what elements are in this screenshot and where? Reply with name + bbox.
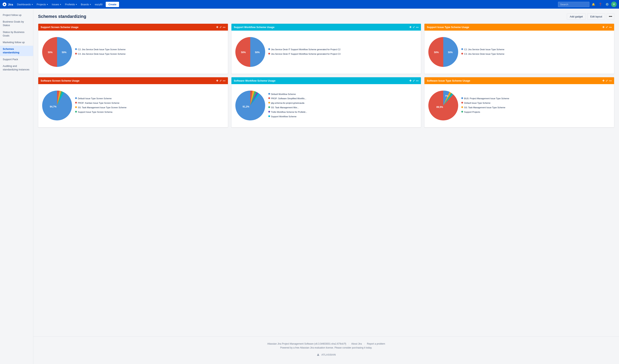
legend-dot — [268, 111, 270, 112]
menu-icon[interactable]: ••• — [416, 79, 419, 82]
logo[interactable]: Jira — [2, 2, 13, 6]
legend-item: SS: Task Management Issue Type Screen Sc… — [75, 106, 127, 110]
gadget-software-screen: Software Screen Scheme Usage ✥ ⤢ ••• — [38, 77, 228, 127]
legend-item: Support Projects — [461, 110, 509, 114]
about-jira-link[interactable]: About Jira — [351, 342, 362, 345]
svg-text:50%: 50% — [48, 51, 53, 54]
sidebar-item-schemes-standardizing[interactable]: Schemes standardizing — [0, 46, 33, 56]
legend-5: Default Workflow Scheme PROF: Software S… — [268, 92, 307, 119]
sidebar-item-project-follow-up[interactable]: Project follow up — [0, 12, 33, 18]
chevron-down-icon: ▾ — [76, 3, 77, 5]
legend-item: BUS: Project Management Issue Type Schem… — [461, 97, 509, 101]
legend-6: BUS: Project Management Issue Type Schem… — [461, 97, 509, 114]
nav-boards[interactable]: Boards ▾ — [79, 2, 92, 7]
notifications-icon[interactable]: 🔔 — [591, 1, 596, 7]
chevron-down-icon: ▾ — [60, 3, 61, 5]
expand-icon[interactable]: ⤢ — [606, 79, 608, 82]
main-header: Schemes standardizing Add gadget Edit la… — [38, 13, 614, 20]
gadget-header-4: Software Screen Scheme Usage ✥ ⤢ ••• — [38, 77, 228, 84]
move-icon[interactable]: ✥ — [409, 79, 411, 82]
nav-eazybi[interactable]: eazyBI — [93, 2, 104, 7]
legend-2: Jira Service Desk IT Support Workflow Sc… — [268, 48, 340, 57]
expand-icon[interactable]: ⤢ — [219, 79, 222, 82]
legend-item: C2: Jira Service Desk Issue Type Scheme — [461, 48, 504, 52]
menu-icon[interactable]: ••• — [416, 26, 419, 29]
gadget-software-issuetype: Software Issue Type Scheme Usage ✥ ⤢ ••• — [424, 77, 614, 127]
nav-profields[interactable]: Profields ▾ — [63, 2, 78, 7]
legend-dot — [461, 53, 463, 55]
svg-text:50%: 50% — [241, 51, 246, 54]
pie-chart-3: 50% 50% — [428, 36, 459, 68]
legend-dot — [461, 48, 463, 50]
nav-issues[interactable]: Issues ▾ — [50, 2, 63, 7]
legend-item: jdg-schema-for-project-griseicauda — [268, 101, 307, 105]
gadget-icons-3: ✥ ⤢ ••• — [602, 26, 612, 29]
move-icon[interactable]: ✥ — [602, 26, 605, 29]
expand-icon[interactable]: ⤢ — [413, 79, 415, 82]
page-title: Schemes standardizing — [38, 14, 567, 19]
footer-license: Powered by a free Atlassian Jira evaluat… — [37, 346, 616, 349]
legend-item: C3: Jira Service Desk Issue Type Scheme — [461, 52, 504, 56]
sidebar-item-business-goals-by-status[interactable]: Business Goals by Status — [0, 18, 33, 29]
footer: Atlassian Jira Project Management Softwa… — [33, 336, 619, 364]
navbar: Jira Dashboards ▾ Projects ▾ Issues ▾ Pr… — [0, 0, 619, 9]
move-icon[interactable]: ✥ — [216, 26, 218, 29]
legend-dot — [75, 111, 77, 112]
more-options-button[interactable]: ••• — [607, 13, 614, 20]
add-gadget-button[interactable]: Add gadget — [567, 13, 586, 20]
legend-dot — [461, 106, 463, 108]
nav-dashboards[interactable]: Dashboards ▾ — [15, 2, 34, 7]
legend-dot — [461, 102, 463, 104]
menu-icon[interactable]: ••• — [609, 79, 612, 82]
legend-dot — [268, 115, 270, 117]
menu-icon[interactable]: ••• — [223, 26, 225, 29]
settings-icon[interactable]: ⚙️ — [604, 1, 610, 7]
jira-logo-icon — [2, 2, 7, 6]
legend-dot — [268, 53, 270, 55]
expand-icon[interactable]: ⤢ — [606, 26, 608, 29]
legend-item: C3: Jira Service Desk Issue Type Screen … — [75, 52, 126, 56]
sidebar-item-auditing[interactable]: Auditing and standardizing instances — [0, 63, 33, 73]
gadget-grid: Support Screen Scheme Usage ✥ ⤢ ••• — [38, 24, 614, 127]
legend-item: SS: Task Management Issue Type Scheme — [461, 106, 509, 110]
report-problem-link[interactable]: Report a problem — [367, 342, 385, 345]
edit-layout-button[interactable]: Edit layout — [587, 13, 605, 20]
pie-chart-5: 91,2% — [235, 90, 266, 122]
chevron-down-icon: ▾ — [47, 3, 48, 5]
help-icon[interactable]: ❓ — [597, 1, 603, 7]
move-icon[interactable]: ✥ — [602, 79, 605, 82]
sidebar-item-support-pack[interactable]: Support Pack — [0, 56, 33, 63]
sidebar-item-marketing-follow-up[interactable]: Marketing follow up — [0, 39, 33, 46]
expand-icon[interactable]: ⤢ — [413, 26, 415, 29]
gadget-support-issuetype: Support Issue Type Scheme Usage ✥ ⤢ ••• — [424, 24, 614, 74]
svg-text:94,7%: 94,7% — [50, 105, 56, 108]
nav-projects[interactable]: Projects ▾ — [35, 2, 49, 7]
svg-text:50%: 50% — [448, 51, 453, 54]
legend-item: Support Issue Type Screen Schema — [75, 110, 127, 114]
move-icon[interactable]: ✥ — [216, 79, 218, 82]
pie-chart-1: 50% 50% — [41, 36, 73, 68]
svg-text:91,2%: 91,2% — [243, 105, 249, 108]
gadget-body-3: 50% 50% C2: Jira Service Desk Issue Type… — [424, 31, 614, 74]
create-button[interactable]: Create — [106, 2, 119, 7]
legend-1: C2: Jira Service Desk Issue Type Screen … — [75, 48, 126, 57]
avatar[interactable]: U — [611, 1, 617, 7]
legend-item: Trello Workflow Scheme for Profield... — [268, 110, 307, 114]
menu-icon[interactable]: ••• — [223, 79, 225, 82]
gadget-support-workflow: Support Workflow Scheme Usage ✥ ⤢ ••• — [231, 24, 421, 74]
menu-icon[interactable]: ••• — [609, 26, 612, 29]
search-input[interactable] — [558, 2, 589, 7]
move-icon[interactable]: ✥ — [409, 26, 411, 29]
legend-4: Default Issue Type Screen Scheme PROF: K… — [75, 97, 127, 114]
expand-icon[interactable]: ⤢ — [219, 26, 222, 29]
navbar-right: 🔔 ❓ ⚙️ U — [558, 1, 617, 7]
legend-item: SS: Task Management Wor... — [268, 106, 307, 110]
gadget-icons-1: ✥ ⤢ ••• — [216, 26, 225, 29]
chevron-down-icon: ▾ — [90, 3, 91, 5]
svg-marker-13 — [317, 353, 319, 356]
sidebar-item-status-by-business-goals[interactable]: Status by Business Goals — [0, 29, 33, 39]
pie-chart-6: 89,5% 7% — [428, 90, 459, 122]
main-content: Schemes standardizing Add gadget Edit la… — [33, 9, 619, 336]
legend-dot — [268, 48, 270, 50]
gadget-body-6: 89,5% 7% BUS: Project Management Issue T… — [424, 84, 614, 127]
